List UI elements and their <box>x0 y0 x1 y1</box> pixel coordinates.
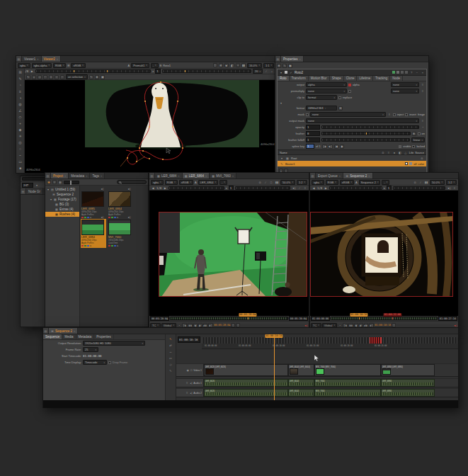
zoom-select[interactable]: 50.0%▾ <box>430 180 445 185</box>
display-select[interactable]: RGB▾ <box>53 63 66 68</box>
viewer-icon-5[interactable]: ◔ <box>236 63 240 67</box>
animation-menu-icon[interactable]: ◔ <box>421 125 425 130</box>
minimize-icon[interactable]: − <box>415 70 419 74</box>
replace-checkbox[interactable] <box>338 96 341 99</box>
mask-menu-icon[interactable]: ≡ <box>387 113 392 117</box>
bezier-tool-icon[interactable]: ◇ <box>38 75 42 79</box>
colorspace-select[interactable]: sRGB▾ <box>71 63 85 68</box>
speaker-icon[interactable]: ◄) <box>292 186 296 190</box>
falloff-mode-select[interactable]: linear▾ <box>411 137 425 142</box>
starttc-value[interactable]: 01:00:00:00 <box>83 354 102 358</box>
mask-overlay-icon[interactable]: ⊙ <box>413 180 417 184</box>
viewer-icon-3[interactable]: ■ <box>224 63 229 67</box>
gain-slider[interactable] <box>235 186 290 190</box>
add-point-tool-icon[interactable]: + <box>32 75 36 79</box>
range-next-icon[interactable]: ▶ <box>30 69 34 74</box>
gamma-slider[interactable] <box>329 186 382 190</box>
frame-field[interactable]: 247 <box>22 183 33 188</box>
detail-view-icon[interactable]: ▤ <box>58 180 62 184</box>
out-marker[interactable] <box>392 317 393 319</box>
timeline-clip[interactable]: LER_6884 (LER_6884) <box>381 364 435 376</box>
tab-viewer1[interactable]: Viewer1× <box>22 56 42 62</box>
playhead[interactable] <box>248 317 249 319</box>
draw-node-icon[interactable]: ✎ <box>16 75 25 81</box>
rectangle-tool-icon[interactable]: □ <box>49 75 53 79</box>
timeline-clip[interactable]: LER_6644 (LER_6644) <box>288 364 314 376</box>
shape-row-label[interactable]: Bezier1 <box>285 162 295 166</box>
panel-menu-icon[interactable]: ▤ <box>45 173 51 178</box>
tab-shape[interactable]: Shape <box>330 76 344 81</box>
tree-item-footage[interactable]: ▾▦Footage (17) <box>45 197 79 202</box>
roll-tool-icon[interactable]: ◇ <box>169 362 173 366</box>
layer-select[interactable]: rgba.alpha▾ <box>32 63 52 68</box>
tab-mvi7660[interactable]: ▦MVI_7660× <box>210 173 236 178</box>
tab-export-queue[interactable]: Export Queue× <box>316 173 343 178</box>
audio2-track-header[interactable]: ≡◄)Audio 2 <box>176 389 204 397</box>
brush-tool-icon[interactable]: ✎ <box>89 75 93 79</box>
tab-viewer2[interactable]: Viewer2× <box>42 56 62 62</box>
close-icon[interactable]: × <box>205 174 207 178</box>
opacity-field[interactable]: 1 <box>306 125 320 130</box>
image-node-icon[interactable]: ⊞ <box>16 69 25 75</box>
tab-clone[interactable]: Clone <box>344 76 358 81</box>
timeline-audio-clip[interactable]: MVI_7660 <box>314 379 381 387</box>
collapse-icon[interactable]: ▾ <box>279 70 283 74</box>
clone-tool-icon[interactable]: ▣ <box>101 75 105 79</box>
tab-ler6864[interactable]: ▦LER_6864× <box>183 173 210 178</box>
timeline-playhead[interactable] <box>274 338 275 400</box>
gain-slider[interactable] <box>393 186 445 190</box>
slash-icon[interactable]: ∕ <box>264 69 268 74</box>
tab-metadata[interactable]: Metadata× <box>69 173 90 178</box>
tab-project[interactable]: Project× <box>51 173 69 178</box>
timeline-audio-clip[interactable]: LER_6884 <box>381 389 435 397</box>
expander-icon[interactable]: ▾ <box>279 101 283 105</box>
speaker-icon[interactable]: ◄) <box>189 381 193 385</box>
pause-icon[interactable]: ▮▮ <box>424 180 428 184</box>
tab-sequence2[interactable]: ⊞Sequence 2× <box>343 173 372 178</box>
wipe-select[interactable]: -▾ <box>382 180 389 185</box>
particles-node-icon[interactable]: ✳ <box>16 132 25 139</box>
tab-node[interactable]: Node <box>390 76 403 81</box>
safe-area-icon[interactable]: □ <box>269 180 273 184</box>
panel-menu-icon[interactable]: ▤ <box>149 173 155 178</box>
threed-node-icon[interactable]: ◆ <box>16 126 25 132</box>
timeline-audio-clip[interactable]: LER_6884 <box>381 379 435 387</box>
select-tool-icon[interactable]: ↖ <box>26 75 30 79</box>
in-timecode[interactable]: 01:00:00:00 <box>311 316 330 321</box>
output-select[interactable]: alpha▾ <box>306 82 347 87</box>
swatch-gray-1[interactable] <box>396 71 399 74</box>
filter-node-icon[interactable]: ◍ <box>16 101 25 107</box>
colorspace-select[interactable]: sRGB▾ <box>340 180 354 185</box>
visible-checkbox[interactable] <box>399 145 401 148</box>
fps-select[interactable]: 20▾ <box>253 69 263 74</box>
input-a-select[interactable]: Premult1▾ <box>131 63 149 68</box>
expand-icon[interactable]: ▾ <box>47 188 50 192</box>
selection-mode-select[interactable]: on selection▾ <box>66 74 88 79</box>
close-icon[interactable]: × <box>74 329 75 333</box>
key-first-icon[interactable]: |◀ <box>322 144 327 149</box>
tree-item-bg[interactable]: ▦BG (3) <box>45 202 79 207</box>
feather-link-icon[interactable]: ⊞ <box>412 132 416 136</box>
premultiply-select[interactable]: none▾ <box>306 89 347 94</box>
channels-select[interactable]: rgba▾ <box>18 63 30 68</box>
gamma-slider[interactable] <box>169 186 224 190</box>
scrub-bar[interactable]: 01:00:10:16 01:00:22:00 <box>331 317 438 320</box>
format-edit-icon[interactable]: ⊞ <box>338 106 343 110</box>
panel-menu-icon[interactable]: ▤ <box>16 56 22 62</box>
expand-icon[interactable]: ▾ <box>50 198 52 202</box>
timeline-clip[interactable]: MVI_7660 (MVI_7660) <box>314 364 381 376</box>
speaker-icon[interactable]: ◄) <box>447 186 451 190</box>
deep-node-icon[interactable]: ◎ <box>16 139 25 145</box>
list-view-icon[interactable]: ≡ <box>52 180 57 184</box>
track-menu-icon[interactable]: ≡ <box>186 381 188 385</box>
resolution-select[interactable]: 1920x1080 HD 1080▾ <box>83 341 145 346</box>
premultiply-extra-select[interactable]: none▾ <box>391 89 419 94</box>
channel-menu-icon[interactable]: ≡ <box>421 89 425 94</box>
track-menu-icon[interactable]: ≡ <box>186 391 188 395</box>
format-select[interactable]: 4096x2304▾ <box>306 106 337 110</box>
panel-menu-icon[interactable]: ▤ <box>21 188 26 194</box>
mask-select[interactable]: none▾ <box>310 112 386 117</box>
close-icon[interactable]: × <box>37 57 38 61</box>
playhead[interactable] <box>359 317 360 319</box>
feather-field[interactable]: 0 <box>306 131 320 136</box>
